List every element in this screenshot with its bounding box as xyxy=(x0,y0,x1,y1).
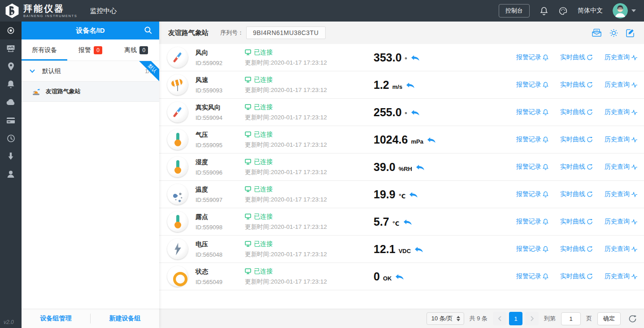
send-command-icon[interactable] xyxy=(405,82,415,88)
search-icon[interactable] xyxy=(144,26,153,37)
sensor-row: 气压 ID:559095 已连接 更新时间:2020-01-17 17:23:1… xyxy=(159,126,644,153)
sensor-name: 湿度 xyxy=(196,158,245,166)
tab-offline[interactable]: 离线 0 xyxy=(113,39,159,61)
language-switcher[interactable]: 简体中文 xyxy=(578,7,603,15)
sensor-id: ID:559093 xyxy=(196,87,245,94)
refresh-icon xyxy=(587,191,593,197)
refresh-icon[interactable] xyxy=(629,315,637,323)
realtime-curve-link[interactable]: 实时曲线 xyxy=(560,53,593,61)
sensor-name: 状态 xyxy=(196,268,245,276)
history-query-link[interactable]: 历史查询 xyxy=(605,218,638,226)
rail-item-history[interactable] xyxy=(0,129,22,147)
rail-item-location[interactable] xyxy=(0,57,22,75)
connection-status: 已连接 xyxy=(245,48,374,57)
tab-all-devices[interactable]: 所有设备 xyxy=(22,39,67,61)
manage-groups-link[interactable]: 设备组管理 xyxy=(22,315,90,323)
pulse-icon xyxy=(631,164,638,170)
group-name: 默认组 xyxy=(42,67,61,75)
prev-page-button[interactable] xyxy=(493,312,506,325)
page-number-active[interactable]: 1 xyxy=(509,312,522,325)
connected-monitor-icon xyxy=(245,186,251,192)
palette-icon[interactable] xyxy=(558,6,568,16)
device-group-row[interactable]: 默认组 1/1 默认 xyxy=(22,61,159,82)
rail-item-cloud[interactable] xyxy=(0,93,22,111)
send-command-icon[interactable] xyxy=(410,109,420,116)
history-query-link[interactable]: 历史查询 xyxy=(605,108,638,116)
alarm-log-label: 报警记录 xyxy=(516,53,541,61)
bell-icon xyxy=(543,191,548,197)
send-command-icon[interactable] xyxy=(409,191,418,198)
alarm-log-link[interactable]: 报警记录 xyxy=(516,272,548,280)
rail-item-devices[interactable] xyxy=(0,39,22,57)
rail-item-account[interactable] xyxy=(0,165,22,183)
history-query-link[interactable]: 历史查询 xyxy=(605,53,638,61)
alarm-log-link[interactable]: 报警记录 xyxy=(516,53,548,61)
console-button[interactable]: 控制台 xyxy=(499,4,530,17)
realtime-curve-label: 实时曲线 xyxy=(560,136,585,144)
history-query-label: 历史查询 xyxy=(605,53,630,61)
next-page-button[interactable] xyxy=(525,312,539,325)
realtime-curve-link[interactable]: 实时曲线 xyxy=(560,81,593,89)
alarm-log-label: 报警记录 xyxy=(516,190,541,198)
sensor-reading: 5.7 ℃ xyxy=(374,215,468,228)
update-time: 更新时间:2020-01-17 17:23:12 xyxy=(245,86,374,94)
row-actions: 报警记录 实时曲线 历史查询 xyxy=(516,136,644,144)
topbar: 拜能仪器 BAINENG INSTRUMENTS 监控中心 控制台 简体中文 xyxy=(0,0,644,22)
history-query-link[interactable]: 历史查询 xyxy=(605,190,638,198)
update-time: 更新时间:2020-01-17 17:23:12 xyxy=(245,250,374,258)
realtime-curve-link[interactable]: 实时曲线 xyxy=(560,136,593,144)
alarm-log-link[interactable]: 报警记录 xyxy=(516,136,548,144)
send-command-icon[interactable] xyxy=(415,164,425,171)
user-menu[interactable] xyxy=(613,3,636,18)
history-query-label: 历史查询 xyxy=(605,272,630,280)
alarm-log-link[interactable]: 报警记录 xyxy=(516,190,548,198)
rail-item-monitor-center[interactable] xyxy=(0,22,22,39)
edit-icon[interactable] xyxy=(626,28,635,38)
alarm-log-link[interactable]: 报警记录 xyxy=(516,218,548,226)
send-command-icon[interactable] xyxy=(414,246,423,253)
send-command-icon[interactable] xyxy=(426,136,436,143)
history-query-link[interactable]: 历史查询 xyxy=(605,245,638,253)
goto-page-input[interactable] xyxy=(561,312,581,325)
tab-alarm[interactable]: 报警 0 xyxy=(67,39,113,61)
history-query-link[interactable]: 历史查询 xyxy=(605,272,638,280)
rail-item-billing[interactable] xyxy=(0,111,22,129)
settings-gear-icon[interactable] xyxy=(609,28,618,38)
realtime-curve-link[interactable]: 实时曲线 xyxy=(560,245,593,253)
rail-item-download[interactable] xyxy=(0,147,22,165)
realtime-curve-link[interactable]: 实时曲线 xyxy=(560,163,593,171)
avatar[interactable] xyxy=(613,3,628,18)
device-search-bar[interactable]: 设备名/ID xyxy=(22,22,159,39)
connection-status: 已连接 xyxy=(245,131,374,139)
weather-station-icon xyxy=(31,87,41,96)
main-content: 友谊路气象站 序列号： 9BI4RN61MU38C3TU xyxy=(159,22,644,328)
update-time: 更新时间:2020-01-17 17:23:12 xyxy=(245,168,374,176)
alarm-log-link[interactable]: 报警记录 xyxy=(516,163,548,171)
alarm-log-link[interactable]: 报警记录 xyxy=(516,245,548,253)
bell-icon[interactable] xyxy=(540,6,548,15)
sensor-type-icon xyxy=(167,266,188,287)
device-list-item[interactable]: 友谊路气象站 xyxy=(22,82,159,102)
sim-card-icon[interactable] xyxy=(592,28,602,37)
realtime-curve-link[interactable]: 实时曲线 xyxy=(560,272,593,280)
caret-down-icon[interactable] xyxy=(631,9,636,12)
update-time: 更新时间:2020-01-17 17:23:12 xyxy=(245,114,374,122)
send-command-icon[interactable] xyxy=(395,273,404,280)
realtime-curve-link[interactable]: 实时曲线 xyxy=(560,218,593,226)
new-group-link[interactable]: 新建设备组 xyxy=(91,315,159,323)
page-size-select[interactable]: 10 条/页 xyxy=(426,312,464,325)
alarm-log-link[interactable]: 报警记录 xyxy=(516,81,548,89)
send-command-icon[interactable] xyxy=(403,219,412,225)
history-query-link[interactable]: 历史查询 xyxy=(605,136,638,144)
rail-item-alarms[interactable] xyxy=(0,75,22,93)
realtime-curve-link[interactable]: 实时曲线 xyxy=(560,190,593,198)
connection-status-text: 已连接 xyxy=(254,158,273,166)
history-query-link[interactable]: 历史查询 xyxy=(605,81,638,89)
sensor-unit: ℃ xyxy=(399,193,406,200)
history-query-link[interactable]: 历史查询 xyxy=(605,163,638,171)
alarm-log-link[interactable]: 报警记录 xyxy=(516,108,548,116)
realtime-curve-link[interactable]: 实时曲线 xyxy=(560,108,593,116)
device-panel: 设备名/ID 所有设备 报警 0 离线 0 默认组 1/1 默认 xyxy=(22,22,159,328)
confirm-button[interactable]: 确定 xyxy=(597,312,621,325)
send-command-icon[interactable] xyxy=(410,54,420,61)
